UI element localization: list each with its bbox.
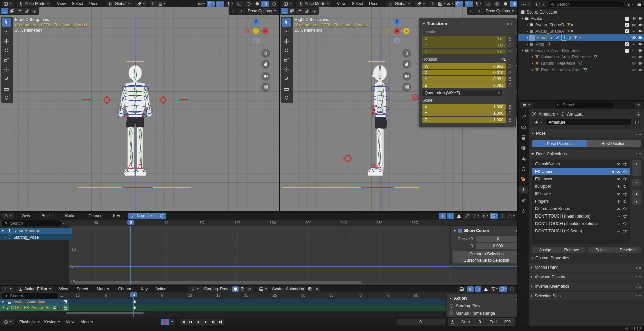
cursor-y-field[interactable]: 0.000 bbox=[476, 243, 517, 249]
disable-render-icon[interactable] bbox=[638, 55, 643, 59]
current-frame-badge[interactable]: 0 bbox=[130, 292, 137, 297]
tool-measure[interactable] bbox=[2, 84, 11, 93]
panel-grip[interactable] bbox=[514, 297, 517, 300]
object-visibility-dropdown[interactable] bbox=[197, 1, 205, 7]
manual-frame-range-checkbox[interactable] bbox=[449, 311, 453, 315]
selection-sets-panel[interactable]: Selection Sets bbox=[529, 291, 644, 300]
solo-star-icon[interactable] bbox=[623, 222, 627, 226]
solo-star-icon[interactable] bbox=[623, 229, 627, 233]
shading-wireframe[interactable] bbox=[493, 1, 501, 7]
camera-view-button[interactable] bbox=[261, 72, 270, 81]
channel-avatar-animation[interactable]: Avatar_Animation bbox=[0, 299, 69, 305]
tab-constraints[interactable] bbox=[519, 207, 528, 214]
zoom-button[interactable] bbox=[261, 49, 270, 58]
select-mode-extend[interactable] bbox=[8, 8, 16, 14]
lock-icon[interactable] bbox=[508, 70, 512, 75]
outliner-row-avatar-shapea[interactable]: Avatar_ShapeA 8 bbox=[518, 28, 644, 34]
outliner-row-ground-reference[interactable]: Ground_Reference bbox=[518, 60, 644, 67]
disable-render-icon[interactable] bbox=[638, 35, 643, 40]
filter-funnel-dropdown[interactable] bbox=[626, 1, 634, 8]
disable-render-icon[interactable] bbox=[638, 42, 643, 46]
tab-physics[interactable] bbox=[519, 197, 528, 204]
disable-render-icon[interactable] bbox=[638, 48, 643, 53]
outliner-row-animation-area-mesh[interactable]: Animation_Area_Reference bbox=[518, 54, 644, 60]
editor-type-button[interactable] bbox=[1, 319, 14, 325]
orientation-dropdown[interactable]: Global bbox=[386, 1, 412, 7]
lock-icon[interactable] bbox=[508, 105, 512, 109]
wire-sphere-handle[interactable] bbox=[411, 93, 419, 101]
shading-rendered[interactable] bbox=[270, 1, 278, 7]
outliner-row-avatar-shapeb[interactable]: Avatar_ShapeB 8 bbox=[518, 22, 644, 28]
proportional-edit-toggle[interactable] bbox=[499, 213, 506, 219]
previous-keyframe-button[interactable] bbox=[187, 319, 194, 325]
menu-select[interactable]: Select bbox=[349, 1, 366, 6]
move-down-button[interactable]: ▼ bbox=[632, 198, 641, 205]
graph-channel-search[interactable] bbox=[1, 220, 62, 227]
pin-icon[interactable] bbox=[5, 306, 10, 310]
normalize-auto-refresh[interactable] bbox=[158, 213, 166, 219]
snap-toggle[interactable] bbox=[429, 1, 437, 7]
eye-closed-icon[interactable] bbox=[616, 222, 621, 226]
pose-display-dropdown[interactable] bbox=[474, 1, 482, 7]
remove-collection-button[interactable]: − bbox=[632, 168, 641, 176]
bone-collection-row-hidden[interactable]: DON'T TOUCH (shoulder rotation) bbox=[532, 220, 630, 227]
eye-closed-icon[interactable] bbox=[616, 229, 621, 233]
add-collection-button[interactable]: + bbox=[632, 160, 641, 168]
current-frame-badge[interactable]: 0 bbox=[127, 220, 134, 225]
show-overlays-toggle[interactable] bbox=[465, 1, 473, 7]
keyframe-avatar-animation[interactable] bbox=[132, 300, 136, 304]
eye-icon[interactable] bbox=[616, 162, 621, 167]
select-mode-intersect[interactable] bbox=[31, 8, 38, 14]
auto-snap-dropdown[interactable] bbox=[490, 213, 498, 219]
xray-toggle[interactable] bbox=[235, 1, 243, 7]
navigation-gizmo[interactable]: Z X bbox=[242, 18, 269, 45]
exclude-checkbox[interactable] bbox=[625, 23, 629, 27]
select-mode-subtract[interactable] bbox=[296, 8, 303, 14]
grid-ortho-button[interactable] bbox=[402, 83, 411, 92]
select-mode-invert[interactable] bbox=[303, 8, 310, 14]
outliner-row-armature[interactable]: Armature 16 bbox=[518, 34, 644, 41]
select-mode-subtract[interactable] bbox=[16, 8, 23, 14]
lock-icon[interactable] bbox=[63, 306, 67, 310]
bone-collection-row-active[interactable]: FK Upper bbox=[532, 168, 630, 175]
character-front[interactable] bbox=[105, 59, 166, 188]
select-mode-extend[interactable] bbox=[288, 8, 295, 14]
pivot-dropdown[interactable] bbox=[135, 1, 147, 7]
cursor-value-to-selection-button[interactable]: Cursor Value to Selection bbox=[453, 257, 517, 263]
duplicate-slot-button[interactable] bbox=[307, 286, 313, 292]
hide-eye-icon[interactable] bbox=[631, 68, 636, 72]
move-up-button[interactable]: ▲ bbox=[632, 190, 641, 197]
tool-cursor[interactable] bbox=[282, 27, 291, 36]
snap-settings-dropdown[interactable] bbox=[158, 1, 166, 7]
menu-channel[interactable]: Channel bbox=[115, 287, 137, 291]
pin-icon[interactable] bbox=[13, 229, 18, 233]
slot-filter-icon[interactable] bbox=[458, 286, 466, 292]
zoom-button[interactable] bbox=[402, 49, 411, 58]
disable-render-icon[interactable] bbox=[638, 16, 643, 21]
search-input[interactable] bbox=[9, 293, 56, 299]
eye-icon[interactable] bbox=[616, 170, 621, 174]
editor-type-button[interactable] bbox=[1, 286, 14, 292]
lock-icon[interactable] bbox=[508, 64, 512, 68]
auto-keying-record-button[interactable] bbox=[161, 319, 169, 325]
select-mode-set[interactable] bbox=[281, 8, 288, 14]
rig-dash-right[interactable] bbox=[179, 99, 188, 100]
search-filter-toggle[interactable]: ↔ bbox=[61, 220, 68, 226]
outliner-filter-dropdown[interactable] bbox=[534, 1, 547, 7]
properties-options-dropdown[interactable] bbox=[635, 102, 642, 108]
scale-x-field[interactable]: X1.000 bbox=[422, 104, 506, 110]
ik-handle-right[interactable] bbox=[159, 96, 168, 104]
character-side[interactable] bbox=[359, 59, 406, 188]
search-input[interactable] bbox=[9, 221, 58, 226]
tab-object-data[interactable] bbox=[519, 186, 528, 194]
bone-collection-row[interactable]: Fingers bbox=[532, 198, 630, 205]
falloff-dropdown[interactable] bbox=[507, 213, 515, 219]
normalize-toggle[interactable]: Normalize bbox=[128, 213, 158, 219]
bone-collection-row[interactable]: IK Lower bbox=[532, 190, 630, 198]
unlink-slot-button[interactable] bbox=[314, 286, 320, 292]
graph-ruler[interactable]: -40 40 80 120 160 200 240 280 320 0 ↔ bbox=[0, 220, 517, 226]
properties-search[interactable] bbox=[554, 102, 614, 108]
dope-ruler[interactable]: -10 -5 5 10 15 20 25 30 35 40 45 50 0 ↔ bbox=[0, 292, 517, 299]
pan-hand-button[interactable] bbox=[261, 60, 270, 69]
slot-link-icon[interactable] bbox=[63, 300, 67, 304]
